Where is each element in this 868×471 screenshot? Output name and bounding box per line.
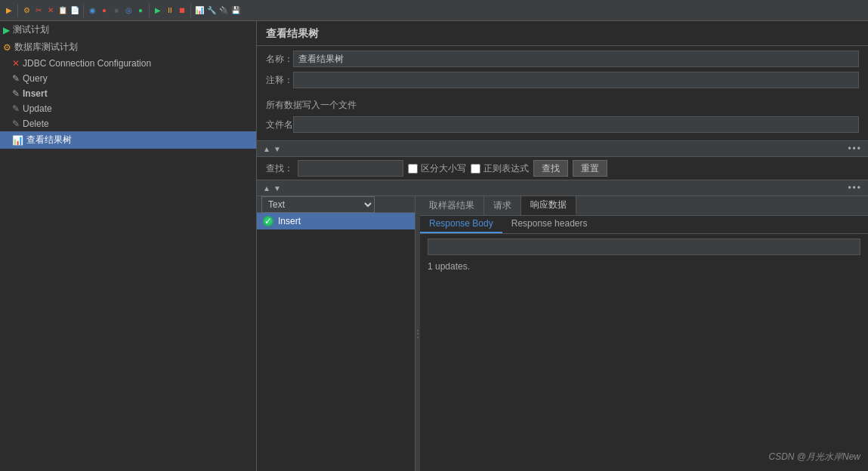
comment-input[interactable] [293, 72, 859, 88]
sidebar-label-test-plan: 测试计划 [13, 23, 49, 36]
arrow-down-2[interactable]: ▼ [273, 184, 281, 192]
search-bar: 查找： 区分大小写 正则表达式 查找 重置 [257, 157, 868, 180]
panel-title: 查看结果树 [257, 21, 868, 46]
toolbar-icon-chart[interactable]: 📊 [193, 5, 205, 17]
separator-bar-2: ▲ ▼ ••• [257, 180, 868, 196]
sidebar-item-db-test-plan[interactable]: ⚙ 数据库测试计划 [0, 38, 256, 56]
sidebar-item-query[interactable]: ✎ Query [0, 71, 256, 86]
case-sensitive-checkbox[interactable] [408, 164, 418, 174]
sidebar-label-insert: Insert [23, 88, 48, 99]
name-input[interactable] [293, 51, 859, 67]
pencil-icon-insert: ✎ [12, 88, 20, 99]
filename-label: 文件名 [266, 119, 293, 131]
split-area: Text JSON XML HTML Binary ✓ Insert [257, 196, 868, 471]
toolbar-icon-pause[interactable]: ⏸ [164, 5, 176, 17]
toolbar-icon-stop[interactable]: ⏹ [176, 5, 188, 17]
sep-arrows-2: ▲ ▼ [263, 184, 281, 192]
gear-icon: ⚙ [3, 42, 11, 53]
toolbar-separator-3 [149, 4, 150, 17]
regex-checkbox[interactable] [471, 164, 480, 174]
filename-input[interactable] [293, 116, 859, 133]
tab-sampler-result-label: 取样器结果 [429, 199, 474, 212]
sidebar: ▶ 测试计划 ⚙ 数据库测试计划 ✕ JDBC Connection Confi… [0, 21, 257, 471]
toolbar-icon-7[interactable]: ● [98, 5, 110, 17]
detail-pane: 取样器结果 请求 响应数据 Response Body Response [420, 196, 868, 471]
tab-request-label: 请求 [493, 199, 511, 212]
toolbar-icon-settings[interactable]: 🔧 [205, 5, 218, 17]
toolbar-icon-plugin[interactable]: 🔌 [218, 5, 230, 17]
list-pane-items: ✓ Insert [257, 213, 415, 471]
sub-tab-response-headers[interactable]: Response headers [502, 216, 597, 233]
case-sensitive-checkbox-label: 区分大小写 [408, 162, 466, 175]
case-sensitive-label: 区分大小写 [421, 162, 466, 175]
arrow-down-1[interactable]: ▼ [273, 145, 281, 153]
x-icon: ✕ [12, 58, 20, 69]
toolbar-separator-1 [17, 4, 18, 17]
sep-dots-1[interactable]: ••• [848, 143, 862, 154]
sidebar-item-insert[interactable]: ✎ Insert [0, 86, 256, 101]
sidebar-label-update: Update [23, 103, 52, 114]
search-button[interactable]: 查找 [533, 160, 568, 177]
arrow-up-2[interactable]: ▲ [263, 184, 270, 192]
triangle-icon: ▶ [3, 25, 10, 35]
arrow-up-1[interactable]: ▲ [263, 145, 270, 153]
write-all-label: 所有数据写入一个文件 [266, 100, 357, 110]
toolbar-icon-10[interactable]: ● [134, 5, 147, 17]
toolbar-icon-start[interactable]: ▶ [152, 5, 164, 17]
list-item-insert[interactable]: ✓ Insert [257, 213, 415, 229]
filename-row: 文件名 [257, 115, 868, 136]
separator-bar-1: ▲ ▼ ••• [257, 140, 868, 157]
success-icon: ✓ [263, 216, 273, 226]
toolbar-icon-6[interactable]: ◉ [86, 5, 98, 17]
pencil-icon-query: ✎ [12, 73, 20, 84]
sub-tabs: Response Body Response headers [420, 216, 868, 234]
right-panel: 查看结果树 名称： 注释： 所有数据写入一个文件 文件名 ▲ ▼ [257, 21, 868, 471]
search-input[interactable] [298, 160, 403, 177]
tab-request[interactable]: 请求 [484, 196, 521, 215]
toolbar-separator-4 [190, 4, 191, 17]
toolbar-separator-2 [83, 4, 84, 17]
main-container: ▶ 测试计划 ⚙ 数据库测试计划 ✕ JDBC Connection Confi… [0, 21, 868, 471]
sidebar-label-delete: Delete [23, 119, 49, 129]
sidebar-label-db-test-plan: 数据库测试计划 [14, 41, 78, 54]
regex-label: 正则表达式 [483, 162, 529, 175]
detail-content: 1 updates. [420, 234, 868, 471]
toolbar-icon-5[interactable]: 📄 [69, 5, 81, 17]
comment-row: 注释： [266, 72, 859, 88]
detail-search-input[interactable] [428, 239, 860, 255]
tab-sampler-result[interactable]: 取样器结果 [420, 196, 484, 215]
toolbar-icon-run[interactable]: ▶ [3, 5, 15, 17]
toolbar-icon-4[interactable]: 📋 [57, 5, 69, 17]
sub-tab-response-body[interactable]: Response Body [420, 216, 502, 233]
toolbar-icon-2[interactable]: ✂ [32, 5, 45, 17]
toolbar-icon-3[interactable]: ✕ [45, 5, 57, 17]
toolbar-icon-8[interactable]: ■ [110, 5, 122, 17]
search-label: 查找： [266, 162, 293, 175]
toolbar-icon-1[interactable]: ⚙ [20, 5, 32, 17]
name-row: 名称： [266, 51, 859, 67]
sep-dots-2[interactable]: ••• [848, 183, 862, 193]
regex-checkbox-label: 正则表达式 [471, 162, 529, 175]
sidebar-item-view-result-tree[interactable]: 📊 查看结果树 [0, 131, 256, 149]
sidebar-item-delete[interactable]: ✎ Delete [0, 116, 256, 131]
tab-response-data[interactable]: 响应数据 [521, 196, 576, 215]
toolbar-icon-9[interactable]: ◎ [122, 5, 134, 17]
type-dropdown[interactable]: Text JSON XML HTML Binary [261, 196, 375, 213]
watermark: CSDN @月光水岸New [768, 451, 860, 463]
list-pane: Text JSON XML HTML Binary ✓ Insert [257, 196, 415, 471]
sidebar-item-jdbc-config[interactable]: ✕ JDBC Connection Configuration [0, 56, 256, 71]
pencil-icon-update: ✎ [12, 103, 20, 114]
write-all-row: 所有数据写入一个文件 [257, 97, 868, 115]
sidebar-label-jdbc: JDBC Connection Configuration [23, 58, 151, 69]
sub-tab-response-headers-label: Response headers [511, 218, 588, 229]
sidebar-label-query: Query [23, 73, 48, 84]
sidebar-label-view-result-tree: 查看结果树 [26, 134, 72, 146]
sep-arrows-1: ▲ ▼ [263, 145, 281, 153]
main-tabs: 取样器结果 请求 响应数据 [420, 196, 868, 216]
sidebar-item-update[interactable]: ✎ Update [0, 101, 256, 116]
response-body-text: 1 updates. [428, 261, 860, 272]
tab-response-data-label: 响应数据 [530, 199, 567, 211]
toolbar-icon-save[interactable]: 💾 [230, 5, 242, 17]
reset-button[interactable]: 重置 [573, 160, 607, 177]
sidebar-item-test-plan[interactable]: ▶ 测试计划 [0, 21, 256, 38]
